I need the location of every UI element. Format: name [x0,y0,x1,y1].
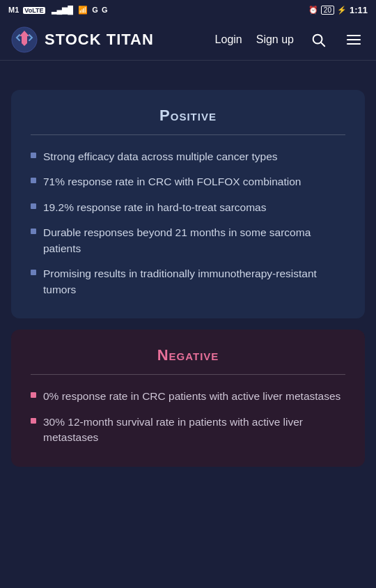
svg-line-2 [321,42,324,46]
list-item: 0% response rate in CRC patients with ac… [31,389,345,404]
positive-list: Strong efficacy data across multiple can… [31,149,345,297]
bullet-icon [31,418,36,424]
wifi-icon: 📶 [78,6,88,14]
negative-title: Negative [31,346,345,364]
navbar-links: Login Sign up [215,29,365,51]
carrier-label: M1 [8,6,19,14]
volte-badge: VoLTE [23,7,45,14]
charging-icon: ⚡ [337,6,347,15]
main-content: Positive Strong efficacy data across mul… [0,61,376,478]
signup-link[interactable]: Sign up [256,33,294,46]
bullet-icon [31,178,36,183]
negative-list: 0% response rate in CRC patients with ac… [31,389,345,445]
list-item: 30% 12-month survival rate in patients w… [31,415,345,446]
list-item: 71% response rate in CRC with FOLFOX com… [31,174,345,189]
status-bar: M1 VoLTE ▂▄▆█ 📶 G G ⏰ 20 ⚡ 1:11 [0,0,376,20]
list-item: Durable responses beyond 21 months in so… [31,225,345,256]
negative-divider [31,374,345,375]
positive-card: Positive Strong efficacy data across mul… [11,90,365,318]
bullet-icon [31,203,36,209]
list-item: 19.2% response rate in hard-to-treat sar… [31,200,345,215]
alarm-icon: ⏰ [308,6,318,15]
positive-item-4: Durable responses beyond 21 months in so… [43,225,345,256]
time-display: 1:11 [350,5,368,15]
positive-title: Positive [31,107,345,125]
list-item: Strong efficacy data across multiple can… [31,149,345,164]
negative-card: Negative 0% response rate in CRC patient… [11,330,365,466]
positive-item-3: 19.2% response rate in hard-to-treat sar… [43,200,267,215]
positive-item-5: Promising results in traditionally immun… [43,266,345,297]
bullet-icon [31,229,36,234]
search-icon [311,32,326,47]
positive-divider [31,134,345,135]
brand-container: STOCK TITAN [11,26,154,53]
article-spacer [11,72,365,79]
negative-item-1: 0% response rate in CRC patients with ac… [43,389,340,404]
positive-item-1: Strong efficacy data across multiple can… [43,149,278,164]
status-bar-right: ⏰ 20 ⚡ 1:11 [308,5,368,15]
navbar: STOCK TITAN Login Sign up [0,20,376,61]
hamburger-icon [345,31,362,48]
signal-bars: ▂▄▆█ [52,6,74,14]
positive-item-2: 71% response rate in CRC with FOLFOX com… [43,174,301,189]
battery-indicator: 20 [321,6,334,15]
menu-button[interactable] [343,29,365,51]
negative-item-2: 30% 12-month survival rate in patients w… [43,415,345,446]
list-item: Promising results in traditionally immun… [31,266,345,297]
login-link[interactable]: Login [215,33,242,46]
brand-logo [11,26,38,53]
g-icon2: G [102,6,108,14]
g-icon1: G [92,6,98,14]
bullet-icon [31,392,36,398]
bullet-icon [31,270,36,275]
search-button[interactable] [308,29,329,50]
status-bar-left: M1 VoLTE ▂▄▆█ 📶 G G [8,6,107,15]
bullet-icon [31,153,36,158]
brand-name: STOCK TITAN [45,31,154,49]
